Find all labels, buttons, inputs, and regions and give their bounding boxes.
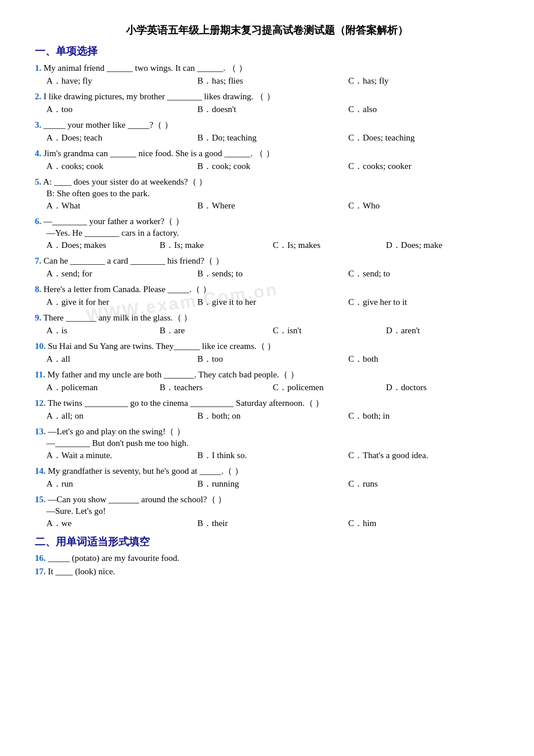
q6-number: 6.: [35, 217, 41, 226]
question-17: 17. It ____ (look) nice.: [35, 567, 499, 577]
q7-text: Can he ________ a card ________ his frie…: [44, 256, 224, 265]
q6-option-c: C．Is; makes: [273, 240, 386, 251]
q14-option-a: A．run: [46, 478, 197, 489]
q11-number: 11.: [35, 370, 45, 379]
q16-text: _____ (potato) are my favourite food.: [48, 553, 180, 563]
q15-number: 15.: [35, 495, 46, 504]
q10-text: Su Hai and Su Yang are twins. They______…: [48, 341, 276, 351]
q6-option-a: A．Does; makes: [46, 240, 160, 251]
question-2: 2. I like drawing pictures, my brother _…: [35, 91, 499, 115]
q11-option-b: B．teachers: [160, 382, 273, 393]
q9-option-a: A．is: [46, 325, 160, 336]
q3-text: _____ your mother like _____?（ ）: [44, 120, 173, 129]
q10-option-c: C．both: [348, 354, 499, 365]
q11-option-d: D．doctors: [386, 382, 499, 393]
question-1: 1. My animal friend ______ two wings. It…: [35, 63, 499, 87]
q4-option-a: A．cooks; cook: [46, 161, 197, 172]
q10-number: 10.: [35, 341, 46, 351]
q1-option-a: A．have; fly: [46, 75, 197, 87]
q13-options: A．Wait a minute. B．I think so. C．That's …: [46, 450, 499, 461]
q2-option-a: A．too: [46, 104, 197, 115]
q8-option-b: B．give it to her: [197, 297, 348, 308]
q6-text: —________ your father a worker?（ ）: [44, 217, 184, 226]
q15-option-b: B．their: [197, 518, 348, 529]
q11-options: A．policeman B．teachers C．policemen D．doc…: [46, 382, 499, 393]
q12-option-c: C．both; in: [348, 411, 499, 422]
question-13: 13. —Let's go and play on the swing!（ ） …: [35, 426, 499, 461]
q9-option-b: B．are: [160, 325, 273, 336]
q4-text: Jim's grandma can ______ nice food. She …: [44, 149, 275, 158]
q14-text: My grandfather is seventy, but he's good…: [48, 466, 243, 476]
q11-option-c: C．policemen: [273, 382, 386, 393]
q14-number: 14.: [35, 466, 46, 476]
q13-option-a: A．Wait a minute.: [46, 450, 197, 461]
page-title: 小学英语五年级上册期末复习提高试卷测试题（附答案解析）: [35, 23, 499, 37]
q13-text: —Let's go and play on the swing!（ ）: [48, 427, 185, 436]
q1-text: My animal friend ______ two wings. It ca…: [44, 63, 247, 73]
q2-text: I like drawing pictures, my brother ____…: [44, 92, 275, 101]
question-10: 10. Su Hai and Su Yang are twins. They__…: [35, 341, 499, 365]
q15-option-c: C．him: [348, 518, 499, 529]
q7-options: A．send; for B．sends; to C．send; to: [46, 268, 499, 279]
question-9: 9. There _______ any milk in the glass.（…: [35, 312, 499, 336]
q3-number: 3.: [35, 120, 41, 129]
q14-option-b: B．running: [197, 478, 348, 489]
q17-text: It ____ (look) nice.: [48, 567, 116, 576]
q1-option-c: C．has; fly: [348, 75, 499, 87]
q13-option-b: B．I think so.: [197, 450, 348, 461]
q6-sub: —Yes. He ________ cars in a factory.: [46, 228, 499, 238]
q3-option-b: B．Do; teaching: [197, 132, 348, 143]
q4-number: 4.: [35, 149, 41, 158]
q7-number: 7.: [35, 256, 41, 265]
q12-options: A．all; on B．both; on C．both; in: [46, 411, 499, 422]
q2-options: A．too B．doesn't C．also: [46, 104, 499, 115]
q12-option-a: A．all; on: [46, 411, 197, 422]
question-16: 16. _____ (potato) are my favourite food…: [35, 553, 499, 563]
q10-options: A．all B．too C．both: [46, 354, 499, 365]
q4-option-b: B．cook; cook: [197, 161, 348, 172]
q7-option-a: A．send; for: [46, 268, 197, 279]
q9-number: 9.: [35, 313, 41, 322]
q15-sub: —Sure. Let's go!: [46, 506, 499, 516]
q10-option-b: B．too: [197, 354, 348, 365]
section2-header: 二、用单词适当形式填空: [35, 535, 499, 549]
q15-options: A．we B．their C．him: [46, 518, 499, 529]
question-5: 5. A: ____ does your sister do at weeken…: [35, 177, 499, 211]
q7-option-b: B．sends; to: [197, 268, 348, 279]
q12-number: 12.: [35, 398, 46, 408]
q12-option-b: B．both; on: [197, 411, 348, 422]
q10-option-a: A．all: [46, 354, 197, 365]
q13-sub: —________ But don't push me too high.: [46, 438, 499, 448]
q2-option-b: B．doesn't: [197, 104, 348, 115]
question-14: 14. My grandfather is seventy, but he's …: [35, 466, 499, 489]
q8-option-c: C．give her to it: [348, 297, 499, 308]
q2-number: 2.: [35, 92, 41, 101]
q15-option-a: A．we: [46, 518, 197, 529]
q13-number: 13.: [35, 427, 46, 436]
q5-sub: B: She often goes to the park.: [46, 189, 499, 199]
q9-text: There _______ any milk in the glass.（ ）: [44, 313, 193, 322]
q6-option-b: B．Is; make: [160, 240, 273, 251]
q7-option-c: C．send; to: [348, 268, 499, 279]
q3-option-a: A．Does; teach: [46, 132, 197, 143]
q1-number: 1.: [35, 63, 41, 73]
q9-options: A．is B．are C．isn't D．aren't: [46, 325, 499, 336]
q14-option-c: C．runs: [348, 478, 499, 489]
q6-option-d: D．Does; make: [386, 240, 499, 251]
q15-text: —Can you show _______ around the school?…: [48, 495, 227, 504]
q5-option-b: B．Where: [197, 200, 348, 211]
question-15: 15. —Can you show _______ around the sch…: [35, 494, 499, 529]
question-11: 11. My father and my uncle are both ____…: [35, 369, 499, 393]
q8-text: Here's a letter from Canada. Please ____…: [44, 285, 211, 294]
q8-option-a: A．give it for her: [46, 297, 197, 308]
q14-options: A．run B．running C．runs: [46, 478, 499, 489]
question-7: 7. Can he ________ a card ________ his f…: [35, 255, 499, 279]
q5-number: 5.: [35, 177, 41, 186]
question-12: 12. The twins __________ go to the cinem…: [35, 398, 499, 422]
q4-options: A．cooks; cook B．cook; cook C．cooks; cook…: [46, 161, 499, 172]
question-8: 8. Here's a letter from Canada. Please _…: [35, 284, 499, 308]
q6-options: A．Does; makes B．Is; make C．Is; makes D．D…: [46, 240, 499, 251]
q4-option-c: C．cooks; cooker: [348, 161, 499, 172]
q3-option-c: C．Does; teaching: [348, 132, 499, 143]
q1-option-b: B．has; flies: [197, 75, 348, 87]
